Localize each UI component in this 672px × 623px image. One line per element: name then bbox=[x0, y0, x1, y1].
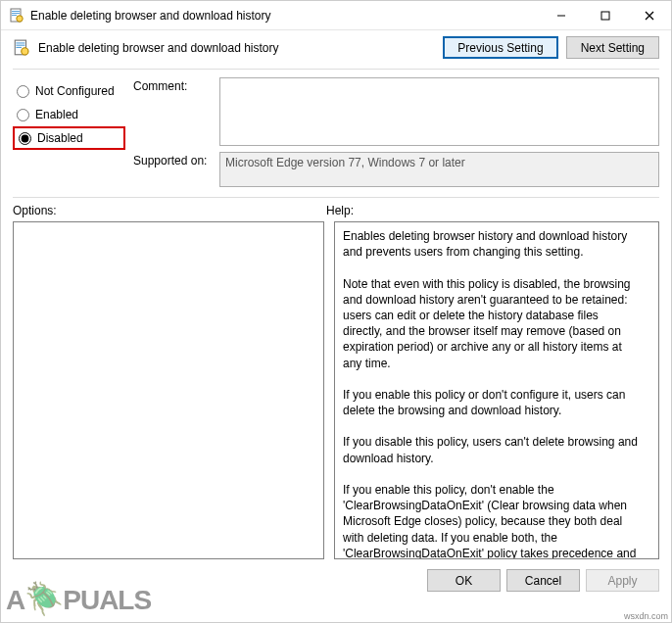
cancel-button[interactable]: Cancel bbox=[506, 569, 580, 592]
divider bbox=[13, 197, 659, 198]
next-setting-button[interactable]: Next Setting bbox=[566, 36, 659, 59]
policy-doc-icon bbox=[9, 8, 24, 24]
options-label: Options: bbox=[13, 204, 326, 217]
svg-rect-12 bbox=[16, 46, 22, 47]
ok-button[interactable]: OK bbox=[427, 569, 501, 592]
svg-rect-11 bbox=[16, 44, 24, 45]
radio-disabled-input[interactable] bbox=[19, 132, 31, 145]
help-label: Help: bbox=[326, 204, 659, 217]
state-radio-group: Not Configured Enabled Disabled bbox=[13, 77, 125, 150]
header-row: Enable deleting browser and download his… bbox=[13, 36, 659, 59]
policy-title: Enable deleting browser and download his… bbox=[38, 41, 435, 55]
svg-point-4 bbox=[17, 15, 23, 21]
options-pane[interactable] bbox=[13, 221, 324, 559]
svg-rect-6 bbox=[601, 12, 609, 20]
radio-enabled[interactable]: Enabled bbox=[13, 103, 125, 126]
radio-not-configured[interactable]: Not Configured bbox=[13, 79, 125, 103]
maximize-button[interactable] bbox=[583, 1, 627, 30]
radio-not-configured-input[interactable] bbox=[17, 85, 29, 98]
svg-rect-10 bbox=[16, 42, 24, 43]
close-button[interactable] bbox=[627, 1, 671, 30]
corner-credit: wsxdn.com bbox=[624, 611, 668, 621]
supported-on-label: Supported on: bbox=[133, 152, 214, 168]
radio-disabled[interactable]: Disabled bbox=[13, 126, 125, 150]
divider bbox=[13, 69, 659, 70]
supported-on-textarea bbox=[219, 152, 659, 187]
policy-icon bbox=[13, 39, 30, 57]
comment-label: Comment: bbox=[133, 77, 214, 93]
titlebar: Enable deleting browser and download his… bbox=[1, 1, 671, 30]
apply-button: Apply bbox=[586, 569, 659, 592]
svg-rect-3 bbox=[12, 15, 17, 16]
minimize-button[interactable] bbox=[539, 1, 583, 30]
policy-editor-window: Enable deleting browser and download his… bbox=[0, 0, 672, 623]
window-title: Enable deleting browser and download his… bbox=[30, 9, 271, 23]
radio-enabled-label: Enabled bbox=[35, 108, 78, 121]
radio-enabled-input[interactable] bbox=[17, 109, 29, 121]
comment-textarea[interactable] bbox=[219, 77, 659, 146]
svg-point-13 bbox=[22, 47, 28, 54]
radio-not-configured-label: Not Configured bbox=[35, 84, 115, 98]
svg-rect-2 bbox=[12, 13, 20, 14]
content-area: Enable deleting browser and download his… bbox=[1, 30, 671, 622]
radio-disabled-label: Disabled bbox=[37, 131, 83, 145]
previous-setting-button[interactable]: Previous Setting bbox=[443, 36, 557, 59]
help-pane[interactable]: Enables deleting browser history and dow… bbox=[334, 221, 659, 559]
svg-rect-1 bbox=[12, 11, 20, 12]
watermark-brand: A🪲PUALS bbox=[6, 580, 151, 617]
